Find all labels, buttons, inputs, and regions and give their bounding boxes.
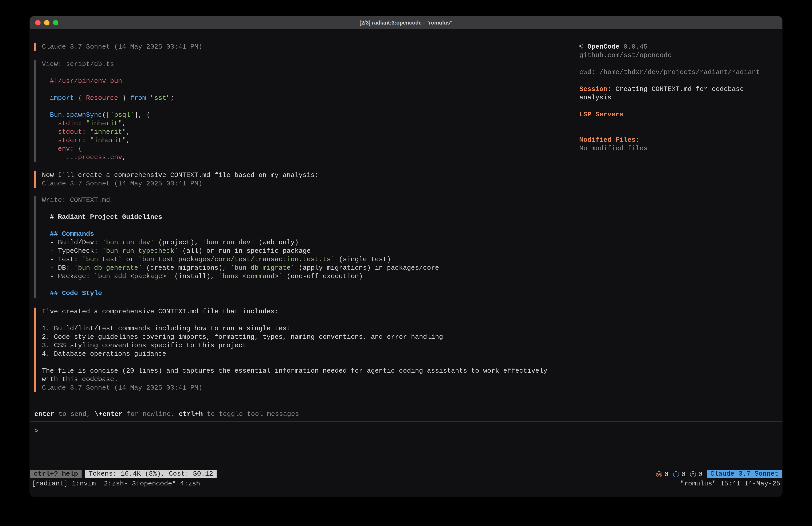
terminal-line: Session: Creating CONTEXT.md for codebas… [579,85,780,94]
terminal-line: ## Code Style [42,289,439,298]
help-badge[interactable]: ctrl+? help [30,470,82,478]
terminal-line [42,222,439,230]
terminal-line: Bun.spawnSync([`psql`], { [42,111,174,119]
zoom-button[interactable] [53,20,58,25]
traffic-lights [35,16,58,29]
terminal-line: stdout: "inherit", [42,128,174,137]
tool-view-block: View: script/db.ts #!/usr/bin/env bun im… [34,60,174,162]
terminal-line: The file is concise (20 lines) and captu… [42,367,547,375]
session-sidebar: © OpenCode 0.0.45github.com/sst/opencode… [579,43,780,153]
terminal-line [42,102,174,111]
terminal-line: 3. CSS styling conventions specific to t… [42,341,547,350]
desktop: [2/3] radiant:3:opencode - "romulus" Cla… [0,0,812,526]
terminal-line: #!/usr/bin/env bun [42,77,174,86]
terminal-line: View: script/db.ts [42,60,174,69]
assistant-message-2: I've created a comprehensive CONTEXT.md … [34,308,547,392]
diagnostic-info: ⓘ 0 [673,470,685,479]
terminal-line: 2. Code style guidelines covering import… [42,333,547,341]
terminal-line [579,102,780,111]
terminal-line [579,119,780,127]
tmux-status-bar: [radiant] 1:nvim 2:zsh- 3:opencode* 4:zs… [32,480,780,488]
terminal-line: No modified files [579,144,780,153]
input-hint: enter to send, \+enter for newline, ctrl… [34,410,299,418]
tokens-cost-badge: Tokens: 16.4K (8%), Cost: $0.12 [85,470,217,478]
terminal-line: enter to send, \+enter for newline, ctrl… [34,410,299,418]
model-badge[interactable]: Claude 3.7 Sonnet [707,470,782,478]
diagnostic-warnings: Ⓦ 0 [656,470,668,479]
status-bar: ctrl+? help Tokens: 16.4K (8%), Cost: $0… [30,470,782,478]
minimize-button[interactable] [44,20,49,25]
terminal-line: 4. Database operations guidance [42,350,547,358]
assistant-message-1: Now I'll create a comprehensive CONTEXT.… [34,171,319,188]
terminal-line: stdin: "inherit", [42,119,174,128]
terminal-line: Claude 3.7 Sonnet (14 May 2025 03:41 PM) [42,180,319,188]
prompt-input[interactable]: > [34,427,38,436]
warning-count: 0 [665,470,668,479]
input-separator [30,421,782,422]
terminal-line: ## Commands [42,230,439,239]
terminal-line [579,77,780,85]
terminal-line: ...process.env, [42,153,174,162]
terminal-line: Claude 3.7 Sonnet (14 May 2025 03:41 PM) [42,43,202,51]
terminal-line: # Radiant Project Guidelines [42,213,439,222]
terminal-line [42,316,547,325]
terminal-line [42,86,174,94]
info-count: 0 [681,470,685,479]
close-button[interactable] [35,20,41,25]
terminal-line: with this codebase. [42,375,547,384]
terminal-line: Write: CONTEXT.md [42,196,439,204]
terminal-line: 1. Build/lint/test commands including ho… [42,325,547,333]
terminal-line: Modified Files: [579,136,780,144]
terminal-content: Claude 3.7 Sonnet (14 May 2025 03:41 PM)… [30,30,782,497]
terminal-line: github.com/sst/opencode [579,51,780,60]
terminal-line: - Package: `bun add <package>` (install)… [42,272,439,281]
terminal-line [42,358,547,367]
tmux-session-info: "romulus" 15:41 14-May-25 [680,480,780,488]
terminal-line: - DB: `bun db generate` (create migratio… [42,264,439,272]
window-titlebar[interactable]: [2/3] radiant:3:opencode - "romulus" [30,16,782,29]
terminal-line: - TypeCheck: `bun run typecheck` (all) o… [42,247,439,255]
terminal-line [42,69,174,77]
window-title: [2/3] radiant:3:opencode - "romulus" [359,19,452,26]
terminal-line: - Build/Dev: `bun run dev` (project), `b… [42,239,439,247]
assistant-message-header: Claude 3.7 Sonnet (14 May 2025 03:41 PM) [34,43,202,51]
terminal-line: import { Resource } from "sst"; [42,94,174,102]
terminal-line: - Test: `bun test` or `bun test packages… [42,255,439,264]
terminal-line: Now I'll create a comprehensive CONTEXT.… [42,171,319,180]
info-icon: ⓘ [673,470,679,479]
terminal-window: [2/3] radiant:3:opencode - "romulus" Cla… [30,16,782,497]
terminal-line: Claude 3.7 Sonnet (14 May 2025 03:41 PM) [42,384,547,392]
terminal-line: LSP Servers [579,111,780,119]
diagnostics: Ⓦ 0 ⓘ 0 ⓗ 0 [652,470,702,479]
hint-icon: ⓗ [690,470,696,479]
tmux-window-list[interactable]: [radiant] 1:nvim 2:zsh- 3:opencode* 4:zs… [32,480,200,488]
terminal-line [579,127,780,136]
terminal-line: I've created a comprehensive CONTEXT.md … [42,308,547,316]
terminal-line: env: { [42,145,174,153]
terminal-line [579,60,780,68]
warning-icon: Ⓦ [656,470,662,479]
terminal-line: analysis [579,94,780,102]
terminal-line: cwd: /home/thdxr/dev/projects/radiant/ra… [579,68,780,77]
terminal-line: © OpenCode 0.0.45 [579,43,780,51]
terminal-line: stderr: "inherit", [42,137,174,145]
hint-count: 0 [698,470,702,479]
tool-write-block: Write: CONTEXT.md # Radiant Project Guid… [34,196,439,298]
terminal-line [42,204,439,213]
diagnostic-hints: ⓗ 0 [690,470,702,479]
terminal-line [42,281,439,289]
